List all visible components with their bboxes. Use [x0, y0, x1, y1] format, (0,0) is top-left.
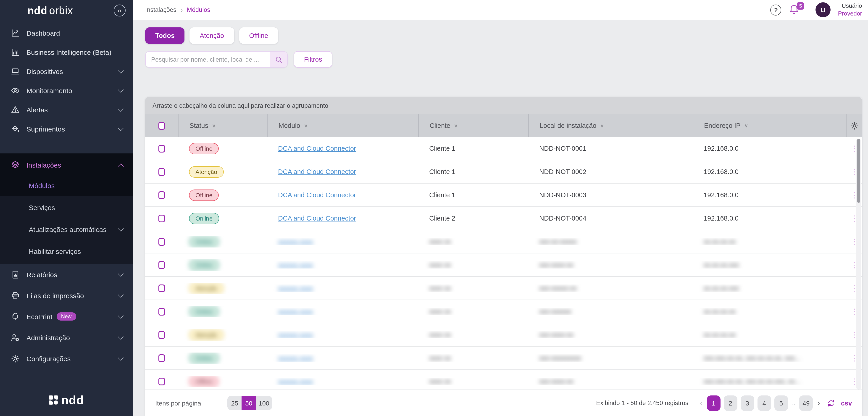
- page-button-3[interactable]: 3: [741, 395, 754, 411]
- table-row[interactable]: Onlinexxxxxx xxxxxxxx xxxxx-xxxxxxxx.xx.…: [145, 300, 862, 323]
- row-checkbox[interactable]: [158, 261, 165, 269]
- table-row[interactable]: Onlinexxxxxx xxxxxxxx xxxxx-xxxx-xxxx.xx…: [145, 254, 862, 277]
- sort-chevron-icon[interactable]: ∨: [212, 122, 216, 129]
- sidebar-item-alertas[interactable]: Alertas: [0, 100, 133, 119]
- sort-chevron-icon[interactable]: ∨: [304, 122, 308, 129]
- table-row[interactable]: Offlinexxxxxx xxxxxxxx xxxxx-xxxx-xxxxx.…: [145, 370, 862, 389]
- scrollbar-thumb[interactable]: [857, 139, 860, 203]
- table-row[interactable]: Onlinexxxxxx xxxxxxxx xxxxx-xxxxxxxxxxxx…: [145, 347, 862, 370]
- row-checkbox[interactable]: [158, 145, 165, 152]
- page-button-2[interactable]: 2: [724, 395, 737, 411]
- module-link[interactable]: xxxxxx xxxx: [278, 261, 313, 268]
- filter-chip-offline[interactable]: Offline: [239, 27, 278, 44]
- sidebar-item-dashboard[interactable]: Dashboard: [0, 23, 133, 42]
- module-link[interactable]: xxxxxx xxxx: [278, 331, 313, 338]
- filter-chip-todos[interactable]: Todos: [145, 27, 185, 44]
- sidebar-subitem-servicos[interactable]: Serviços: [0, 196, 133, 218]
- row-checkbox[interactable]: [158, 378, 165, 385]
- local-cell-text: xxx-xxxxxx: [539, 308, 571, 315]
- page-button-1[interactable]: 1: [707, 395, 720, 411]
- sort-chevron-icon[interactable]: ∨: [600, 122, 604, 129]
- table-row[interactable]: AtençãoDCA and Cloud ConnectorCliente 1N…: [145, 160, 862, 184]
- page-button-4[interactable]: 4: [757, 395, 771, 411]
- prev-page-icon[interactable]: ‹: [699, 398, 704, 408]
- filters-button[interactable]: Filtros: [293, 51, 333, 67]
- refresh-icon[interactable]: [827, 399, 835, 407]
- table-row[interactable]: OnlineDCA and Cloud ConnectorCliente 2ND…: [145, 207, 862, 230]
- page-size-50[interactable]: 50: [242, 396, 256, 410]
- cliente-cell-text: xxxx xx: [429, 285, 451, 292]
- notifications-bell-icon[interactable]: 5: [789, 4, 801, 16]
- table-row[interactable]: OfflineDCA and Cloud ConnectorCliente 1N…: [145, 137, 862, 160]
- sidebar-item-instalacoes[interactable]: Instalações: [0, 155, 133, 174]
- sidebar-item-monitoramento[interactable]: Monitoramento: [0, 81, 133, 100]
- sort-chevron-icon[interactable]: ∨: [454, 122, 458, 129]
- sidebar-subitem-modulos[interactable]: Módulos: [0, 174, 133, 196]
- column-header-modulo[interactable]: Módulo ∨: [267, 114, 418, 137]
- row-checkbox[interactable]: [158, 284, 165, 292]
- module-link[interactable]: xxxxxx xxxx: [278, 308, 313, 315]
- column-header-local[interactable]: Local de instalação ∨: [528, 114, 693, 137]
- cliente-cell: Cliente 1: [418, 145, 528, 152]
- filter-chip-ateno[interactable]: Atenção: [190, 27, 234, 44]
- row-checkbox[interactable]: [158, 331, 165, 338]
- column-header-cliente[interactable]: Cliente ∨: [418, 114, 528, 137]
- sidebar-item-relatorios[interactable]: Relatórios: [0, 264, 133, 285]
- app-root: nddorbix « DashboardBusiness Intelligenc…: [0, 0, 868, 416]
- module-link[interactable]: DCA and Cloud Connector: [278, 191, 356, 199]
- row-checkbox[interactable]: [158, 214, 165, 222]
- user-info[interactable]: Usuário Provedor: [838, 2, 862, 17]
- table-body: OfflineDCA and Cloud ConnectorCliente 1N…: [145, 137, 862, 389]
- sidebar-item-filas-de-impressao[interactable]: Filas de impressão: [0, 285, 133, 306]
- table-row[interactable]: Onlinexxxxxx xxxxxxxx xxxxx-xx-xxxxxxx.x…: [145, 230, 862, 254]
- search-icon[interactable]: [270, 52, 287, 67]
- sidebar-subitem-atualizacoes-automaticas[interactable]: Atualizações automáticas: [0, 218, 133, 240]
- row-checkbox[interactable]: [158, 354, 165, 362]
- module-link[interactable]: xxxxxx xxxx: [278, 238, 313, 245]
- module-link[interactable]: DCA and Cloud Connector: [278, 145, 356, 152]
- group-by-bar[interactable]: Arraste o cabeçalho da coluna aqui para …: [145, 97, 862, 114]
- local-cell: xxx-xx-xxxxx: [528, 238, 693, 245]
- select-all-checkbox[interactable]: [158, 122, 165, 129]
- sidebar-subitem-habilitar-servicos[interactable]: Habilitar serviços: [0, 240, 133, 262]
- sidebar-item-label: Filas de impressão: [27, 292, 84, 299]
- table-row[interactable]: OfflineDCA and Cloud ConnectorCliente 1N…: [145, 184, 862, 207]
- module-link[interactable]: DCA and Cloud Connector: [278, 215, 356, 222]
- sort-chevron-icon[interactable]: ∨: [744, 122, 748, 129]
- column-header-ip[interactable]: Endereço IP ∨: [693, 114, 846, 137]
- sidebar-item-suprimentos[interactable]: Suprimentos: [0, 119, 133, 138]
- sidebar-item-configuracoes[interactable]: Configurações: [0, 348, 133, 369]
- column-chooser-gear-icon[interactable]: [846, 114, 862, 137]
- topbar-right: ? 5 U Usuário Provedor: [771, 1, 862, 19]
- page-button-last[interactable]: 49: [799, 395, 813, 411]
- row-checkbox[interactable]: [158, 238, 165, 245]
- page-button-5[interactable]: 5: [774, 395, 788, 411]
- sidebar-item-administracao[interactable]: Administração: [0, 327, 133, 348]
- help-icon[interactable]: ?: [771, 4, 781, 15]
- local-cell-text: NDD-NOT-0002: [539, 168, 586, 175]
- search-input[interactable]: [146, 52, 270, 67]
- row-checkbox[interactable]: [158, 168, 165, 176]
- module-link[interactable]: xxxxxx xxxx: [278, 285, 313, 292]
- page-size-100[interactable]: 100: [256, 396, 272, 410]
- sidebar-item-ecoprint[interactable]: EcoPrintNew: [0, 306, 133, 327]
- sidebar-item-business-intelligence[interactable]: Business Intelligence (Beta): [0, 42, 133, 62]
- sidebar-item-dispositivos[interactable]: Dispositivos: [0, 62, 133, 81]
- module-link[interactable]: DCA and Cloud Connector: [278, 168, 356, 175]
- column-header-status[interactable]: Status ∨: [178, 114, 267, 137]
- sidebar-collapse-icon[interactable]: «: [114, 5, 126, 17]
- row-checkbox[interactable]: [158, 307, 165, 315]
- breadcrumb-parent[interactable]: Instalações: [145, 6, 177, 13]
- page-size-25[interactable]: 25: [228, 396, 242, 410]
- user-avatar[interactable]: U: [816, 2, 831, 17]
- row-checkbox[interactable]: [158, 191, 165, 199]
- local-cell: NDD-NOT-0004: [528, 215, 693, 222]
- export-csv-button[interactable]: csv: [841, 399, 852, 407]
- module-link[interactable]: xxxxxx xxxx: [278, 378, 313, 385]
- table-row[interactable]: Atençãoxxxxxx xxxxxxxx xxxxx-xxxxx-xxxx.…: [145, 277, 862, 300]
- table-row[interactable]: Atençãoxxxxxx xxxxxxxx xxxxx-xxxx-xxxx.x…: [145, 323, 862, 347]
- sidebar-subitem-label: Serviços: [29, 203, 55, 211]
- next-page-icon[interactable]: ›: [816, 398, 821, 408]
- module-link[interactable]: xxxxxx xxxx: [278, 354, 313, 362]
- cliente-cell-text: Cliente 1: [429, 191, 455, 199]
